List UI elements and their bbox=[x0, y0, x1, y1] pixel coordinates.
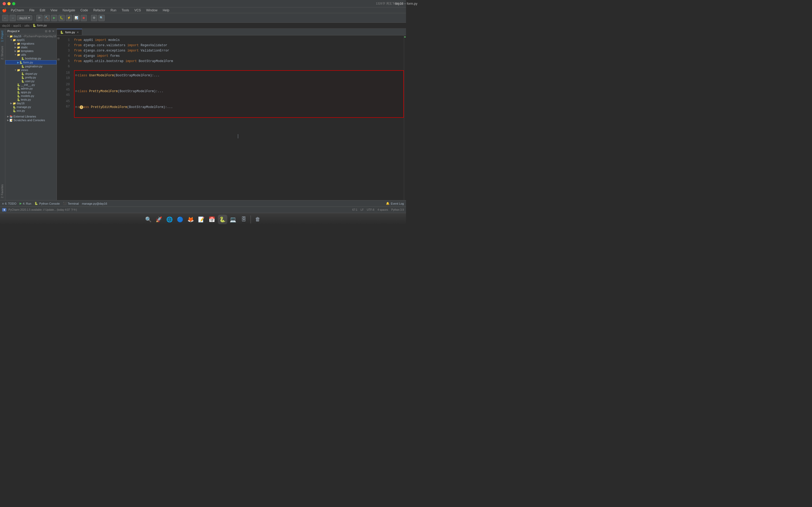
close-tree-button[interactable]: ✕ bbox=[52, 30, 54, 33]
apple-icon[interactable]: 🍎 bbox=[2, 8, 7, 12]
folder-icon: 📁 bbox=[17, 46, 20, 49]
debug-button[interactable]: 🐛 bbox=[58, 15, 65, 21]
tree-label-manage-py: manage.py bbox=[17, 105, 31, 109]
tree-item-apps-py[interactable]: 🐍 apps.py bbox=[5, 90, 57, 94]
minimize-button[interactable] bbox=[7, 2, 11, 5]
encoding[interactable]: UTF-8 bbox=[367, 208, 374, 211]
sidebar-item-structure[interactable]: 2: Structure bbox=[0, 44, 5, 62]
tree-item-views[interactable]: ▾ 📁 views bbox=[5, 68, 57, 72]
tree-item-pretty-py[interactable]: 🐍 pretty.py bbox=[5, 75, 57, 79]
line-ending[interactable]: LF bbox=[361, 208, 364, 211]
settings-tree-button[interactable]: ⚙ bbox=[48, 30, 51, 33]
run-panel-button[interactable]: ▶ 4: Run bbox=[19, 202, 31, 205]
indent-info[interactable]: 4 spaces bbox=[377, 208, 388, 211]
manage-py-button[interactable]: manage.py@day16 bbox=[82, 202, 107, 205]
cursor-position[interactable]: 67:1 bbox=[352, 208, 357, 211]
code-line-20 bbox=[74, 83, 403, 89]
stop-button[interactable]: ◼ bbox=[81, 15, 87, 21]
menu-vcs[interactable]: VCS bbox=[132, 8, 143, 13]
classname-1: UserModelForm bbox=[89, 73, 114, 78]
tree-label-tests-py: tests.py bbox=[21, 98, 31, 101]
profile-button[interactable]: 📊 bbox=[73, 15, 80, 21]
settings-button[interactable]: ⚙ bbox=[91, 15, 97, 21]
todo-panel-button[interactable]: ≡ 6: TODO bbox=[2, 202, 16, 205]
tree-item-bootstrap-py[interactable]: 🐍 bootstrap.py bbox=[5, 57, 57, 60]
maximize-button[interactable] bbox=[12, 2, 15, 5]
search-everywhere-button[interactable]: 🔍 bbox=[98, 15, 105, 21]
menu-pycharm[interactable]: PyCharm bbox=[9, 8, 26, 13]
tree-item-app01[interactable]: ▾ 📁 app01 bbox=[5, 38, 57, 42]
tree-item-form-py[interactable]: ▶ 🐍 form.py bbox=[5, 60, 57, 64]
tree-item-depart-py[interactable]: 🐍 depart.py bbox=[5, 72, 57, 75]
dock-db[interactable]: 🗄 bbox=[239, 215, 248, 224]
tree-item-user-py[interactable]: 🐍 user.py bbox=[5, 79, 57, 83]
run-button[interactable]: ▶ bbox=[51, 15, 57, 21]
update-badge[interactable]: ⬆ bbox=[2, 208, 6, 212]
dock-calendar[interactable]: 📅 bbox=[207, 215, 217, 224]
tab-close-button[interactable]: ✕ bbox=[77, 31, 79, 34]
sync-button[interactable]: ⟳ bbox=[36, 15, 43, 21]
menu-edit[interactable]: Edit bbox=[38, 8, 47, 13]
dock-notes[interactable]: 📝 bbox=[197, 215, 206, 224]
menu-navigate[interactable]: Navigate bbox=[60, 8, 77, 13]
dock-terminal[interactable]: 💻 bbox=[229, 215, 238, 224]
terminal-button[interactable]: ⬛ Terminal bbox=[63, 202, 79, 205]
breadcrumb-utils[interactable]: utils bbox=[24, 24, 30, 27]
tree-item-pagination-py[interactable]: 🐍 pagination.py bbox=[5, 64, 57, 68]
tree-item-manage-py[interactable]: 🐍 manage.py bbox=[5, 105, 57, 109]
menu-code[interactable]: Code bbox=[78, 8, 90, 13]
collapse-all-button[interactable]: ⊟ bbox=[45, 30, 47, 33]
fold-marker-1[interactable]: ⊟ bbox=[57, 36, 60, 41]
menu-window[interactable]: Window bbox=[144, 8, 160, 13]
tree-item-models-py[interactable]: 🐍 models.py bbox=[5, 94, 57, 98]
back-button[interactable]: ← bbox=[2, 15, 8, 21]
dock-pycharm[interactable]: 🐍 bbox=[218, 215, 227, 224]
dock-trash[interactable]: 🗑 bbox=[253, 215, 262, 224]
code-editor[interactable]: ⊟ ⊟ 1 2 3 4 5 6 18 19 20 45 45 45 67 bbox=[57, 36, 406, 200]
tree-item-day16[interactable]: ▾ 📁 day16 ~/PycharmProjects/gx/day16 bbox=[5, 34, 57, 38]
dock-safari[interactable]: 🌐 bbox=[165, 215, 174, 224]
breadcrumb-formpy[interactable]: 🐍 form.py bbox=[33, 24, 47, 27]
python-version[interactable]: Python 3.9 bbox=[391, 208, 404, 211]
editor-empty-space[interactable] bbox=[74, 119, 404, 198]
tree-item-static[interactable]: ▶ 📁 static bbox=[5, 45, 57, 49]
tree-item-tests-py[interactable]: 🐍 tests.py bbox=[5, 98, 57, 101]
tree-item-admin-py[interactable]: 🐍 admin.py bbox=[5, 87, 57, 90]
python-console-button[interactable]: 🐍 Python Console bbox=[34, 202, 60, 205]
menu-tools[interactable]: Tools bbox=[119, 8, 131, 13]
event-log-button[interactable]: 🔔 Event Log bbox=[386, 202, 404, 205]
code-lines[interactable]: from app01 import models from django.cor… bbox=[72, 36, 404, 200]
breadcrumb-day16[interactable]: day16 bbox=[2, 24, 10, 27]
update-text[interactable]: PyCharm 2020.1.5 available: // Update...… bbox=[8, 208, 77, 212]
dock-chrome[interactable]: 🔵 bbox=[175, 215, 185, 224]
build-button[interactable]: 🔨 bbox=[44, 15, 50, 21]
tree-item-init-py[interactable]: 🐍 __init__.py bbox=[5, 83, 57, 87]
menu-run[interactable]: Run bbox=[108, 8, 118, 13]
menu-help[interactable]: Help bbox=[161, 8, 171, 13]
dock-finder[interactable]: 🔍 bbox=[144, 215, 153, 224]
tree-item-scratches[interactable]: ▶ 📝 Scratches and Consoles bbox=[5, 118, 57, 122]
tree-item-day16-folder[interactable]: ▶ 📁 day16 bbox=[5, 101, 57, 105]
dock-launchpad[interactable]: 🚀 bbox=[154, 215, 164, 224]
tree-item-migrations[interactable]: ▶ 📁 migrations bbox=[5, 42, 57, 45]
coverage-button[interactable]: ⚡ bbox=[66, 15, 72, 21]
fold-icon-20[interactable]: ⊟ bbox=[74, 90, 78, 93]
run-config-selector[interactable]: day16 ▾ bbox=[17, 15, 32, 20]
tree-item-utils[interactable]: ▾ 📁 utils bbox=[5, 53, 57, 57]
menu-view[interactable]: View bbox=[48, 8, 59, 13]
tab-form-py[interactable]: 🐍 form.py ✕ bbox=[57, 29, 82, 35]
breadcrumb-app01[interactable]: app01 bbox=[13, 24, 21, 27]
dock-firefox[interactable]: 🦊 bbox=[186, 215, 196, 224]
tree-item-xxx-py[interactable]: 🐍 xxx.py bbox=[5, 109, 57, 112]
close-button[interactable] bbox=[3, 2, 6, 5]
forward-button[interactable]: → bbox=[9, 15, 16, 21]
sidebar-item-favorites[interactable]: 2: Favorites bbox=[0, 182, 5, 200]
tree-item-templates[interactable]: ▶ 📁 templates bbox=[5, 49, 57, 53]
menu-file[interactable]: File bbox=[27, 8, 37, 13]
fold-icon-45[interactable]: ⊟ bbox=[74, 106, 78, 109]
tree-item-external-libs[interactable]: ▶ 📚 External Libraries bbox=[5, 115, 57, 118]
sidebar-item-project[interactable]: 1: Project bbox=[0, 29, 5, 44]
menu-refactor[interactable]: Refactor bbox=[91, 8, 107, 13]
fold-icon-18[interactable]: ⊟ bbox=[74, 74, 78, 77]
fold-marker-5[interactable]: ⊟ bbox=[57, 57, 60, 62]
